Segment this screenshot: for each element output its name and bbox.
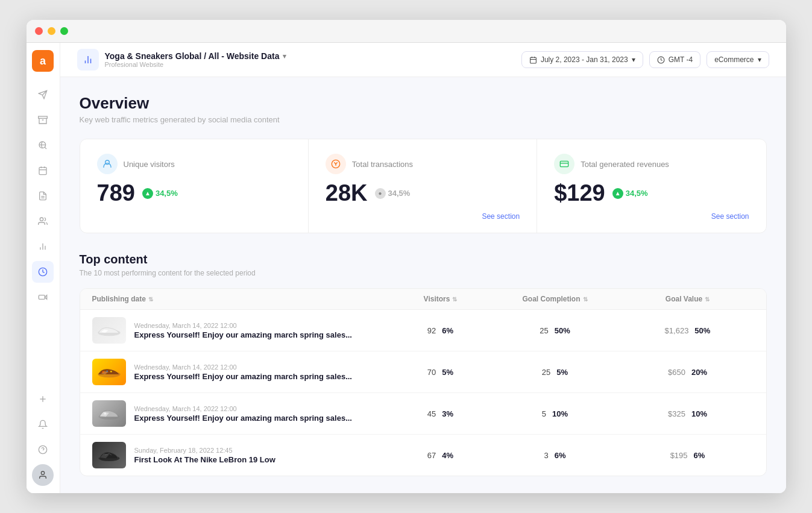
kpi-card-revenues: Total generated revenues $129 ▲ 34,5% Se… — [537, 139, 766, 233]
table-row[interactable]: Wednesday, March 14, 2022 12:00 Express … — [80, 351, 766, 393]
see-section-revenues[interactable]: See section — [711, 212, 749, 221]
sidebar-item-chart[interactable] — [32, 236, 54, 257]
maximize-dot[interactable] — [60, 27, 68, 35]
row-cell-value-3: $325 10% — [622, 409, 754, 418]
kpi-label-transactions: Total transactions — [352, 160, 413, 169]
table-row[interactable]: Wednesday, March 14, 2022 12:00 Express … — [80, 310, 766, 351]
th-publishing-date[interactable]: Publishing date ⇅ — [92, 295, 392, 303]
main-area: Yoga & Sneakers Global / All - Website D… — [60, 43, 786, 493]
table-row[interactable]: Wednesday, March 14, 2022 12:00 Express … — [80, 393, 766, 435]
brand-title[interactable]: Yoga & Sneakers Global / All - Website D… — [105, 51, 287, 61]
sidebar-item-add[interactable] — [32, 388, 54, 410]
sidebar-item-reports[interactable] — [32, 185, 54, 207]
row-date-2: Wednesday, March 14, 2022 12:00 — [134, 364, 352, 371]
row-visitors-pct-2: 5% — [442, 368, 453, 377]
close-dot[interactable] — [35, 27, 43, 35]
sort-icon-visitors: ⇅ — [452, 296, 457, 303]
row-completion-num-4: 3 — [544, 451, 548, 460]
row-title-1: Express Yourself! Enjoy our amazing marc… — [134, 330, 352, 339]
kpi-icon-visitors — [97, 154, 118, 174]
sidebar-item-calendar[interactable] — [32, 160, 54, 181]
app-body: a — [27, 43, 786, 493]
sidebar: a — [27, 43, 60, 493]
svg-rect-17 — [39, 295, 45, 300]
content-area: Overview Key web traffic metrics generat… — [60, 77, 786, 493]
minimize-dot[interactable] — [48, 27, 55, 35]
row-text-3: Wednesday, March 14, 2022 12:00 Express … — [134, 405, 352, 423]
row-cell-completion-4: 3 6% — [489, 451, 622, 460]
sidebar-item-dashboard[interactable] — [32, 261, 54, 283]
table-header: Publishing date ⇅ Visitors ⇅ Goal Comple… — [80, 289, 766, 310]
row-visitors-num-4: 67 — [427, 451, 436, 460]
see-section-transactions[interactable]: See section — [482, 212, 520, 221]
sidebar-item-globe-search[interactable] — [32, 134, 54, 156]
kpi-icon-revenues — [554, 154, 574, 174]
kpi-value-visitors: 789 — [97, 180, 135, 206]
kpi-header-revenues: Total generated revenues — [554, 154, 749, 174]
segment-text: eCommerce — [714, 55, 754, 64]
segment-chevron-icon: ▾ — [758, 55, 761, 64]
th-label-date: Publishing date — [92, 295, 146, 303]
row-value-money-4: $195 — [670, 451, 688, 460]
kpi-card-transactions: Total transactions 28K ● 34,5% See secti… — [309, 139, 537, 233]
kpi-badge-revenues: ▲ 34,5% — [612, 188, 648, 199]
svg-rect-35 — [560, 161, 568, 166]
kpi-value-row-transactions: 28K ● 34,5% — [326, 180, 520, 206]
date-chevron-icon: ▾ — [632, 55, 635, 64]
segment-picker[interactable]: eCommerce ▾ — [707, 51, 769, 68]
sidebar-item-help[interactable] — [32, 439, 54, 461]
row-date-1: Wednesday, March 14, 2022 12:00 — [134, 322, 352, 329]
row-visitors-pct-4: 4% — [442, 451, 453, 460]
sidebar-item-video[interactable] — [32, 286, 54, 308]
row-date-4: Sunday, February 18, 2022 12:45 — [134, 447, 275, 454]
kpi-value-transactions: 28K — [326, 180, 368, 206]
row-completion-pct-4: 6% — [555, 451, 566, 460]
kpi-value-row-visitors: 789 ▲ 34,5% — [97, 180, 291, 206]
th-visitors[interactable]: Visitors ⇅ — [392, 295, 489, 303]
thumb-1 — [92, 317, 126, 344]
sidebar-item-avatar[interactable] — [32, 464, 54, 486]
page-subtitle: Key web traffic metrics generated by soc… — [80, 115, 767, 124]
sort-icon-goal-value: ⇅ — [705, 296, 710, 303]
kpi-badge-value-revenues: 34,5% — [626, 189, 648, 198]
row-value-money-3: $325 — [668, 409, 685, 418]
top-content-table: Publishing date ⇅ Visitors ⇅ Goal Comple… — [80, 288, 767, 476]
svg-point-39 — [102, 371, 104, 373]
sidebar-item-inbox[interactable] — [32, 109, 54, 131]
top-content-title: Top content — [80, 253, 767, 266]
row-cell-value-2: $650 20% — [622, 368, 754, 377]
svg-rect-6 — [39, 168, 46, 175]
date-range-picker[interactable]: July 2, 2023 - Jan 31, 2023 ▾ — [521, 51, 643, 68]
row-cell-visitors-2: 70 5% — [392, 368, 489, 377]
row-cell-value-4: $195 6% — [622, 451, 754, 460]
page-title: Overview — [80, 94, 767, 113]
row-cell-visitors-1: 92 6% — [392, 326, 489, 335]
th-label-visitors: Visitors — [424, 295, 450, 303]
thumb-3 — [92, 400, 126, 427]
kpi-value-revenues: $129 — [554, 180, 605, 206]
row-completion-pct-1: 50% — [555, 326, 570, 335]
svg-point-43 — [104, 412, 106, 415]
th-goal-completion[interactable]: Goal Completion ⇅ — [489, 295, 622, 303]
timezone-badge: GMT -4 — [649, 51, 700, 68]
row-content-4: Sunday, February 18, 2022 12:45 First Lo… — [92, 442, 392, 468]
kpi-label-visitors: Unique visitors — [124, 160, 175, 169]
sidebar-item-send[interactable] — [32, 84, 54, 105]
th-goal-value[interactable]: Goal Value ⇅ — [622, 295, 754, 303]
row-value-money-2: $650 — [668, 368, 685, 377]
svg-point-12 — [40, 218, 43, 221]
sort-icon-goal-completion: ⇅ — [583, 296, 588, 303]
sidebar-item-bell[interactable] — [32, 414, 54, 435]
row-text-1: Wednesday, March 14, 2022 12:00 Express … — [134, 322, 352, 339]
kpi-label-revenues: Total generated revenues — [581, 160, 669, 169]
brand-title-text: Yoga & Sneakers Global / All - Website D… — [105, 51, 280, 61]
kpi-badge-value-transactions: 34,5% — [388, 189, 411, 198]
row-cell-visitors-4: 67 4% — [392, 451, 489, 460]
row-value-pct-4: 6% — [694, 451, 705, 460]
kpi-row: Unique visitors 789 ▲ 34,5% — [80, 139, 767, 233]
svg-point-41 — [110, 371, 112, 373]
row-visitors-num-3: 45 — [427, 409, 436, 418]
sidebar-item-team[interactable] — [32, 210, 54, 232]
table-row[interactable]: Sunday, February 18, 2022 12:45 First Lo… — [80, 435, 766, 476]
row-cell-completion-2: 25 5% — [489, 368, 622, 377]
